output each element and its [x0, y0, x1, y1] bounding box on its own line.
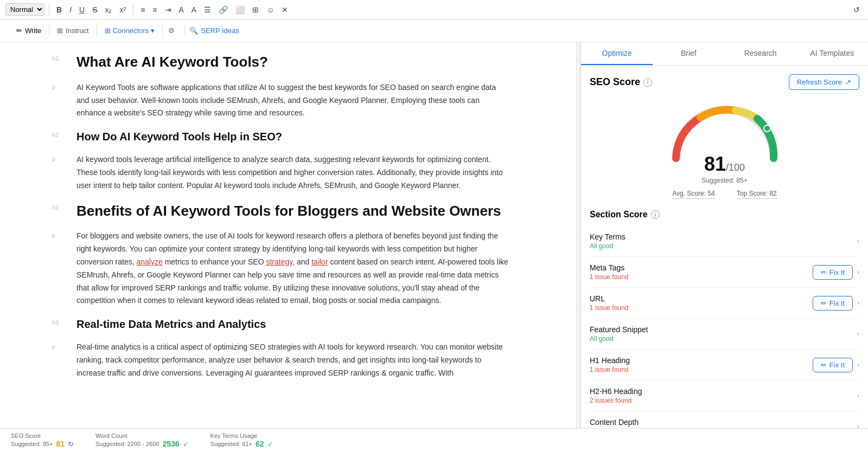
subscript-button[interactable]: x₂ — [102, 4, 114, 16]
section-score-info-icon[interactable]: i — [651, 210, 660, 219]
word-count-value: 2536 — [162, 440, 179, 448]
content-block-2: p AI Keyword Tools are software applicat… — [76, 81, 510, 120]
settings-button[interactable]: ⚙ — [163, 24, 180, 37]
para3-link1[interactable]: analyze — [137, 257, 163, 266]
score-display: 81/100 Suggested: 85+ — [701, 153, 747, 184]
score-item-left-h1-heading: H1 Heading 1 issue found — [590, 356, 813, 373]
article-heading-1[interactable]: What Are AI Keyword Tools? — [76, 53, 510, 72]
tab-optimize[interactable]: Optimize — [581, 42, 653, 65]
score-item-name-h2h6-heading: H2-H6 Heading — [590, 387, 857, 396]
superscript-button[interactable]: x² — [117, 4, 129, 16]
score-item-row-content-depth: Content Depth 3 issues found › — [590, 418, 859, 428]
score-item-featured-snippet: Featured Snippet All good › — [590, 319, 859, 350]
para3-middle2: and — [295, 257, 311, 266]
tab-brief[interactable]: Brief — [653, 42, 724, 65]
underline-button[interactable]: U — [76, 4, 87, 16]
fix-h1-heading-button[interactable]: ✏ Fix It — [813, 358, 853, 372]
toolbar-separator-2 — [133, 4, 133, 15]
serp-ideas-button[interactable]: 🔍 SERP Ideas — [189, 27, 239, 35]
article-paragraph-2[interactable]: AI keyword tools leverage artificial int… — [76, 153, 510, 192]
score-item-name-h1-heading: H1 Heading — [590, 356, 813, 365]
align-left-button[interactable]: ≡ — [138, 4, 148, 16]
block-label-h2-1: h2 — [52, 55, 59, 62]
score-suggested: Suggested: 85+ — [701, 177, 747, 184]
format-select[interactable]: Normal — [5, 3, 44, 16]
image-button[interactable]: ⬜ — [233, 4, 247, 16]
fix-meta-tags-button[interactable]: ✏ Fix It — [813, 265, 853, 280]
fix-h1-label: Fix It — [829, 361, 845, 369]
clear-button[interactable]: ✕ — [279, 4, 291, 16]
article-heading-4[interactable]: Real-time Data Metrics and Analytics — [76, 317, 510, 331]
score-item-left-key-terms: Key Terms All good — [590, 233, 857, 250]
undo-button[interactable]: ↺ — [851, 4, 863, 16]
connectors-button[interactable]: ⊞ Connectors ▾ — [97, 24, 163, 37]
score-item-h2h6-heading: H2-H6 Heading 2 issues found › — [590, 380, 859, 411]
align-button[interactable]: ☰ — [201, 4, 214, 16]
bold-button[interactable]: B — [54, 4, 65, 16]
key-terms-label: Key Terms Usage — [210, 432, 273, 439]
article-heading-2[interactable]: How Do AI Keyword Tools Help in SEO? — [76, 130, 510, 144]
write-icon: ✏ — [16, 27, 22, 35]
seo-score-header: SEO Score i Refresh Score ↗ — [590, 74, 859, 90]
article-heading-3[interactable]: Benefits of AI Keyword Tools for Blogger… — [76, 202, 510, 221]
score-value: 81 — [704, 153, 726, 175]
score-item-status-key-terms: All good — [590, 242, 857, 250]
block-label-h3-2: h3 — [52, 319, 59, 326]
word-count-row: Suggested: 2200 - 2600 2536 ✓ — [95, 440, 189, 448]
score-item-left-meta-tags: Meta Tags 1 issue found — [590, 263, 813, 281]
seo-suggested-text: Suggested: 85+ — [11, 441, 53, 447]
score-item-right-content-depth: › — [857, 423, 859, 428]
tab-research[interactable]: Research — [725, 42, 796, 65]
chevron-meta-tags[interactable]: › — [857, 268, 859, 276]
score-max: /100 — [726, 162, 745, 173]
tab-ai-templates[interactable]: AI Templates — [796, 42, 868, 65]
chevron-featured-snippet[interactable]: › — [857, 330, 859, 338]
block-label-p-4: p — [52, 343, 55, 350]
italic-button[interactable]: I — [67, 4, 74, 16]
color-button[interactable]: A — [176, 4, 187, 16]
chevron-h2h6-heading[interactable]: › — [857, 392, 859, 399]
word-count-check-icon: ✓ — [183, 440, 189, 448]
serp-icon: 🔍 — [189, 27, 198, 35]
para3-link3[interactable]: tailor — [311, 257, 328, 266]
svg-point-0 — [764, 125, 770, 132]
panel-content: SEO Score i Refresh Score ↗ — [581, 66, 868, 428]
emoji-button[interactable]: ☺ — [264, 4, 277, 16]
align-right-button[interactable]: ≡ — [150, 4, 159, 16]
score-item-status-url: 1 issue found — [590, 304, 813, 312]
highlight-button[interactable]: A — [189, 4, 199, 16]
resize-handle[interactable]: ⋮ — [576, 42, 580, 428]
score-item-name-meta-tags: Meta Tags — [590, 263, 813, 272]
key-terms-row: Suggested: 61+ 62 ✓ — [210, 440, 273, 448]
strikethrough-button[interactable]: S — [90, 4, 100, 16]
action-toolbar: ✏ Write ⊞ Instruct ⊞ Connectors ▾ ⚙ 🔍 SE… — [0, 20, 868, 42]
seo-refresh-icon[interactable]: ↻ — [68, 440, 74, 448]
instruct-icon: ⊞ — [57, 27, 63, 35]
table-button[interactable]: ⊞ — [250, 4, 261, 16]
article-paragraph-4[interactable]: Real-time analytics is a critical aspect… — [76, 341, 510, 379]
refresh-score-button[interactable]: Refresh Score ↗ — [789, 74, 859, 90]
score-item-name-key-terms: Key Terms — [590, 233, 857, 241]
status-bar: SEO Score Suggested: 85+ 81 ↻ Word Count… — [0, 428, 868, 452]
fix-url-button[interactable]: ✏ Fix It — [813, 296, 853, 311]
score-item-status-meta-tags: 1 issue found — [590, 273, 813, 281]
chevron-h1-heading[interactable]: › — [857, 361, 859, 369]
write-button[interactable]: ✏ Write — [9, 24, 49, 37]
word-count-label: Word Count — [95, 432, 189, 439]
chevron-url[interactable]: › — [857, 299, 859, 307]
chevron-content-depth[interactable]: › — [857, 423, 859, 428]
link-button[interactable]: 🔗 — [216, 4, 231, 16]
score-item-key-terms: Key Terms All good › — [590, 226, 859, 257]
seo-score-info-icon[interactable]: i — [643, 78, 652, 87]
para3-link2[interactable]: strategy, — [266, 257, 295, 266]
block-label-h3-1: h3 — [52, 132, 59, 138]
score-item-status-featured-snippet: All good — [590, 335, 857, 343]
article-paragraph-1[interactable]: AI Keyword Tools are software applicatio… — [76, 81, 510, 120]
score-item-left-h2h6-heading: H2-H6 Heading 2 issues found — [590, 387, 857, 404]
instruct-button[interactable]: ⊞ Instruct — [49, 24, 97, 37]
score-item-name-featured-snippet: Featured Snippet — [590, 325, 857, 334]
chevron-key-terms[interactable]: › — [857, 237, 859, 245]
indent-button[interactable]: ⇥ — [162, 4, 174, 16]
article-paragraph-3[interactable]: For bloggers and website owners, the use… — [76, 230, 510, 307]
editor-area[interactable]: h2 What Are AI Keyword Tools? p AI Keywo… — [0, 42, 576, 428]
